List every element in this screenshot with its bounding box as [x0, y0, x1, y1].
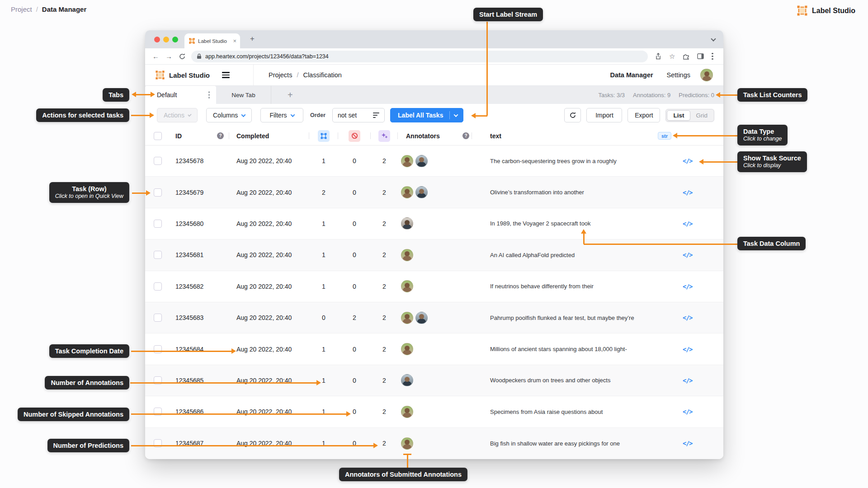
source-code-icon[interactable]: </>: [683, 440, 692, 447]
task-row[interactable]: 12345687Aug 20 2022, 20:40102Big fish in…: [145, 428, 723, 459]
arrow-actions: [131, 115, 150, 116]
share-icon[interactable]: [655, 53, 661, 60]
address-bar[interactable]: app.heartex.com/projects/123456/data?tab…: [191, 51, 648, 62]
label-all-tasks-button[interactable]: Label All Tasks: [390, 108, 463, 122]
source-code-icon[interactable]: </>: [683, 346, 692, 353]
source-code-icon[interactable]: </>: [683, 220, 692, 227]
row-checkbox[interactable]: [154, 251, 162, 259]
row-select-cell: [145, 396, 167, 427]
hamburger-menu-icon[interactable]: [222, 72, 230, 78]
window-close-button[interactable]: [154, 37, 160, 42]
tab-options-icon[interactable]: [208, 91, 210, 99]
row-checkbox[interactable]: [154, 282, 162, 291]
annotators-cell: [398, 271, 472, 302]
source-code-icon[interactable]: </>: [683, 251, 692, 258]
actions-button[interactable]: Actions: [157, 108, 198, 122]
task-id-cell: 12345683: [167, 302, 229, 333]
task-row[interactable]: 12345678Aug 20 2022, 20:40102The carbon-…: [145, 145, 723, 177]
help-icon[interactable]: ?: [217, 132, 224, 139]
task-id: 12345683: [175, 314, 203, 321]
annotators-cell: [398, 302, 472, 333]
chevron-down-icon: [454, 113, 458, 117]
sidebar-icon[interactable]: [697, 53, 704, 59]
callout-task-source-title: Show Task Source: [743, 155, 801, 162]
task-row[interactable]: 12345682Aug 20 2022, 20:40102If neutrino…: [145, 271, 723, 302]
task-source-cell: </>: [653, 333, 723, 364]
filters-button[interactable]: Filters: [260, 108, 303, 122]
column-header-predictions[interactable]: [371, 127, 398, 145]
source-code-icon[interactable]: </>: [683, 189, 692, 196]
back-icon[interactable]: ←: [152, 52, 159, 60]
source-code-icon[interactable]: </>: [683, 314, 692, 321]
column-header-completed[interactable]: Completed: [229, 127, 309, 145]
source-code-icon[interactable]: </>: [683, 408, 692, 415]
callout-annotators-submitted: Annotators of Submitted Annotations: [339, 468, 467, 481]
column-text-label: text: [490, 132, 501, 140]
help-icon[interactable]: ?: [462, 132, 469, 139]
nav-settings[interactable]: Settings: [667, 71, 690, 79]
view-list-button[interactable]: List: [667, 110, 690, 121]
select-all-checkbox[interactable]: [154, 132, 162, 140]
task-row[interactable]: 12345683Aug 20 2022, 20:40022Pahrump poo…: [145, 302, 723, 333]
task-row[interactable]: 12345685Aug 20 2022, 20:40102Woodpeckers…: [145, 365, 723, 396]
arrow-task-row: [132, 192, 146, 194]
task-row[interactable]: 12345679Aug 20 2022, 20:40202Olivine’s t…: [145, 177, 723, 208]
task-row[interactable]: 12345680Aug 20 2022, 20:40102In 1989, th…: [145, 208, 723, 239]
nav-data-manager[interactable]: Data Manager: [610, 71, 653, 79]
source-code-icon[interactable]: </>: [683, 157, 692, 164]
browser-tab[interactable]: Label Studio ×: [184, 33, 240, 48]
refresh-button[interactable]: [564, 108, 581, 122]
row-checkbox[interactable]: [154, 157, 162, 165]
callout-show-task-source: Show Task Source Click to display: [737, 151, 807, 172]
breadcrumb-project-name[interactable]: Classification: [303, 71, 341, 79]
breadcrumb-project[interactable]: Project: [11, 5, 32, 13]
annotations-count: 1: [309, 365, 338, 396]
source-code-icon[interactable]: </>: [683, 283, 692, 290]
task-row[interactable]: 12345686Aug 20 2022, 20:40102Specimens f…: [145, 396, 723, 427]
extensions-icon[interactable]: [683, 53, 689, 60]
tab-new-tab-label: New Tab: [231, 92, 255, 99]
source-code-icon[interactable]: </>: [683, 377, 692, 384]
view-grid-button[interactable]: Grid: [690, 110, 713, 121]
import-button[interactable]: Import: [586, 108, 622, 122]
tab-default[interactable]: Default: [145, 86, 216, 104]
columns-button[interactable]: Columns: [206, 108, 252, 122]
reload-icon[interactable]: [179, 53, 186, 60]
task-text: In 1989, the Voyager 2 spacecraft took: [472, 208, 653, 239]
order-value-button[interactable]: not set: [332, 108, 385, 122]
annotator-avatar: [401, 312, 413, 324]
row-checkbox[interactable]: [154, 439, 162, 447]
add-tab-icon[interactable]: +: [288, 90, 293, 100]
column-header-annotations[interactable]: [309, 127, 338, 145]
tab-new-tab[interactable]: New Tab: [216, 86, 271, 104]
row-checkbox[interactable]: [154, 408, 162, 416]
annotator-avatar: [401, 186, 413, 198]
arrow-tabs: [135, 94, 151, 95]
window-zoom-button[interactable]: [172, 37, 178, 42]
task-source-cell: </>: [653, 428, 723, 459]
column-header-id[interactable]: ID ?: [167, 127, 229, 145]
row-checkbox[interactable]: [154, 345, 162, 353]
breadcrumb-projects-link[interactable]: Projects: [269, 71, 292, 79]
column-header-text[interactable]: text: [472, 127, 653, 145]
export-button[interactable]: Export: [627, 108, 660, 122]
column-header-annotators[interactable]: Annotators ?: [398, 127, 472, 145]
tab-overview-chevron-icon[interactable]: [711, 36, 716, 41]
forward-icon[interactable]: →: [165, 52, 172, 60]
browser-tab-title: Label Studio: [198, 38, 230, 44]
new-tab-icon[interactable]: +: [250, 34, 255, 43]
skipped-count: 2: [338, 302, 371, 333]
browser-menu-icon[interactable]: [712, 53, 713, 60]
row-checkbox[interactable]: [154, 314, 162, 322]
window-minimize-button[interactable]: [163, 37, 169, 42]
tab-close-icon[interactable]: ×: [233, 38, 236, 44]
task-completed-cell: Aug 20 2022, 20:40: [229, 239, 309, 270]
row-checkbox[interactable]: [154, 220, 162, 228]
task-id-cell: 12345687: [167, 428, 229, 459]
annotator-avatar: [401, 437, 413, 450]
data-type-badge[interactable]: str: [658, 132, 671, 140]
column-header-skipped[interactable]: [338, 127, 371, 145]
user-avatar[interactable]: [700, 69, 713, 81]
bookmark-star-icon[interactable]: ☆: [669, 52, 675, 61]
row-checkbox[interactable]: [154, 188, 162, 197]
